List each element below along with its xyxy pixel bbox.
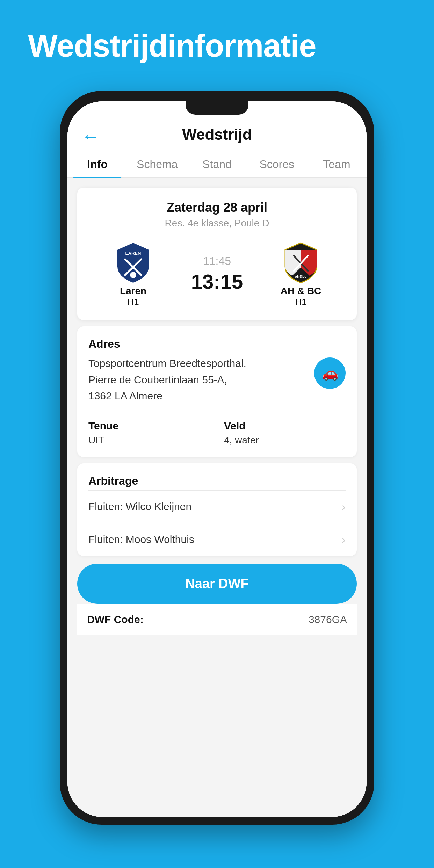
tab-team[interactable]: Team [307, 150, 367, 177]
svg-point-3 [130, 272, 136, 278]
tab-scores[interactable]: Scores [247, 150, 307, 177]
match-league: Res. 4e klasse, Poule D [88, 218, 346, 229]
match-score: 11:45 13:15 [179, 255, 255, 293]
dwf-section: Naar DWF [77, 564, 357, 604]
referee-row-2[interactable]: Fluiten: Moos Wolthuis › [88, 523, 346, 556]
back-button[interactable]: ← [81, 126, 100, 147]
veld-label: Veld [224, 420, 346, 432]
main-content[interactable]: Zaterdag 28 april Res. 4e klasse, Poule … [67, 178, 367, 817]
score-time: 11:45 [203, 255, 231, 268]
tenue-value: UIT [88, 435, 210, 446]
divider-1 [88, 412, 346, 412]
dwf-code-row: DWF Code: 3876GA [77, 604, 357, 635]
dwf-button[interactable]: Naar DWF [77, 564, 357, 604]
header-title: Wedstrijd [182, 126, 252, 143]
score-main: 13:15 [191, 270, 243, 293]
match-teams: LAREN Laren H1 [88, 240, 346, 308]
ahbc-logo: ah&bc [278, 240, 324, 285]
address-text: Topsportcentrum Breedtesporthal,Pierre d… [88, 355, 307, 404]
address-row: Topsportcentrum Breedtesporthal,Pierre d… [88, 355, 346, 404]
arbitrage-section: Arbitrage Fluiten: Wilco Kleijnen › Flui… [77, 463, 357, 556]
tabs-bar: Info Schema Stand Scores Team [67, 150, 367, 178]
match-date: Zaterdag 28 april [88, 200, 346, 215]
team-away-name: AH & BC [281, 285, 321, 297]
match-card: Zaterdag 28 april Res. 4e klasse, Poule … [77, 188, 357, 320]
veld-value: 4, water [224, 435, 346, 446]
referee-2-text: Fluiten: Moos Wolthuis [88, 534, 194, 545]
dwf-code-value: 3876GA [309, 614, 347, 625]
navigation-button[interactable]: 🚗 [314, 357, 346, 389]
team-away: ah&bc AH & BC H1 [255, 240, 346, 308]
info-grid: Tenue UIT Veld 4, water [88, 420, 346, 446]
chevron-right-icon-2: › [342, 533, 346, 546]
referee-1-text: Fluiten: Wilco Kleijnen [88, 501, 191, 513]
chevron-right-icon-1: › [342, 500, 346, 513]
team-home-sub: H1 [127, 297, 139, 308]
phone-notch [186, 101, 248, 115]
app-content: ← Wedstrijd Info Schema Stand Scores Tea… [67, 101, 367, 817]
phone-screen: ← Wedstrijd Info Schema Stand Scores Tea… [67, 101, 367, 817]
page-background-title: Wedstrijdinformatie [28, 28, 406, 64]
laren-logo: LAREN [110, 240, 156, 285]
svg-text:ah&bc: ah&bc [295, 274, 307, 279]
phone-shell: ← Wedstrijd Info Schema Stand Scores Tea… [60, 91, 374, 825]
info-section: Adres Topsportcentrum Breedtesporthal,Pi… [77, 326, 357, 457]
address-label: Adres [88, 338, 346, 350]
car-icon: 🚗 [322, 366, 338, 381]
tab-stand[interactable]: Stand [187, 150, 247, 177]
referee-row-1[interactable]: Fluiten: Wilco Kleijnen › [88, 490, 346, 523]
arbitrage-label: Arbitrage [88, 475, 346, 487]
tenue-item: Tenue UIT [88, 420, 210, 446]
team-home: LAREN Laren H1 [88, 240, 179, 308]
dwf-code-label: DWF Code: [87, 614, 144, 625]
svg-text:LAREN: LAREN [125, 251, 141, 256]
tenue-label: Tenue [88, 420, 210, 432]
tab-schema[interactable]: Schema [127, 150, 187, 177]
team-away-sub: H1 [295, 297, 306, 308]
tab-info[interactable]: Info [67, 150, 127, 177]
team-home-name: Laren [120, 285, 146, 297]
veld-item: Veld 4, water [224, 420, 346, 446]
